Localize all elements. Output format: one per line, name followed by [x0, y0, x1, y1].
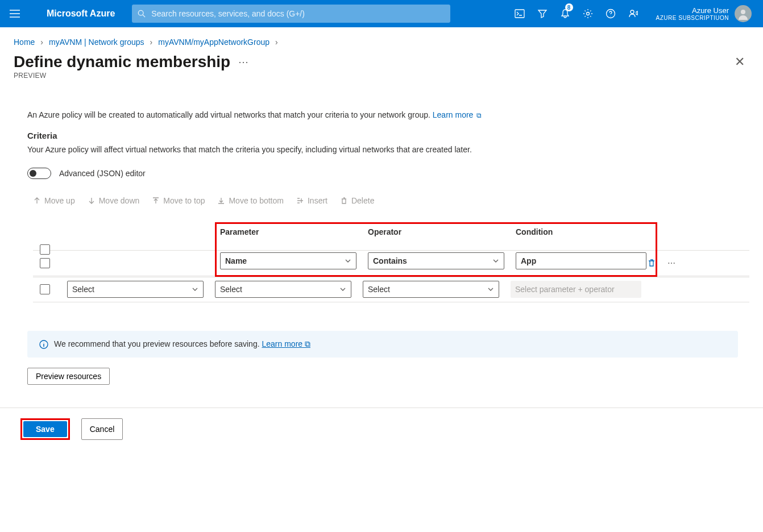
col-operator-header: Operator [368, 227, 516, 236]
menu-icon[interactable] [6, 5, 24, 23]
search-input[interactable] [150, 9, 445, 19]
svg-point-6 [741, 10, 745, 14]
user-subscription: AZURE SUBSCRIPTIUON [656, 15, 729, 21]
filter-icon[interactable] [531, 0, 554, 27]
advanced-toggle-label: Advanced (JSON) editor [59, 169, 146, 178]
trash-icon [340, 197, 348, 205]
delete-button[interactable]: Delete [340, 196, 374, 205]
search-icon [138, 10, 146, 18]
info-learn-more-link[interactable]: Learn more ⧉ [262, 339, 310, 348]
close-icon[interactable]: ✕ [730, 52, 749, 72]
table-row: Select Select Select [33, 276, 749, 302]
svg-point-5 [631, 10, 634, 14]
preview-resources-button[interactable]: Preview resources [27, 368, 110, 385]
andor-select[interactable]: Select [67, 281, 204, 298]
user-menu[interactable]: Azure User AZURE SUBSCRIPTIUON [650, 5, 757, 22]
svg-rect-2 [515, 10, 524, 18]
move-to-top-button[interactable]: Move to top [152, 196, 205, 205]
chevron-right-icon: › [275, 38, 278, 47]
page-title: Define dynamic membership [14, 53, 230, 71]
condition-input-disabled: Select parameter + operator [511, 281, 641, 298]
page-subtitle: PREVIEW [0, 72, 763, 80]
notification-badge: 8 [565, 3, 573, 11]
row-checkbox[interactable] [40, 258, 50, 268]
col-condition-header: Condition [516, 227, 652, 236]
arrow-bottom-icon [217, 197, 225, 205]
breadcrumb-home[interactable]: Home [14, 38, 35, 47]
external-link-icon: ⧉ [305, 339, 310, 348]
arrow-top-icon [152, 197, 160, 205]
operator-select[interactable]: Contains [368, 252, 504, 269]
select-all-checkbox[interactable] [40, 244, 50, 255]
more-menu-icon[interactable]: ⋯ [238, 56, 250, 68]
help-icon[interactable] [599, 0, 622, 27]
save-button[interactable]: Save [23, 421, 67, 437]
chevron-down-icon [492, 257, 499, 264]
col-parameter-header: Parameter [220, 227, 368, 236]
parameter-select[interactable]: Name [220, 252, 356, 269]
svg-point-3 [586, 13, 589, 15]
parameter-select[interactable]: Select [215, 281, 351, 298]
arrow-up-icon [33, 197, 41, 205]
footer: Save Cancel [0, 408, 763, 448]
chevron-down-icon [339, 286, 346, 293]
chevron-down-icon [487, 286, 494, 293]
row-checkbox[interactable] [40, 284, 50, 294]
move-up-button[interactable]: Move up [33, 196, 75, 205]
criteria-description: Your Azure policy will affect virtual ne… [27, 145, 749, 154]
notifications-icon[interactable]: 8 [554, 0, 577, 27]
insert-button[interactable]: Insert [296, 196, 327, 205]
svg-line-1 [143, 15, 146, 17]
avatar [735, 5, 752, 22]
move-down-button[interactable]: Move down [88, 196, 140, 205]
operator-select[interactable]: Select [363, 281, 499, 298]
breadcrumb-app-network-group[interactable]: myAVNM/myAppNetworkGroup [158, 38, 269, 47]
info-icon [39, 340, 48, 349]
criteria-table: Parameter Operator Condition Name [33, 222, 749, 302]
search-box[interactable] [132, 5, 450, 23]
user-name: Azure User [656, 6, 729, 15]
svg-point-0 [139, 10, 144, 15]
page-description: An Azure policy will be created to autom… [27, 110, 430, 119]
cloud-shell-icon[interactable] [508, 0, 531, 27]
condition-input[interactable]: App [516, 252, 646, 269]
advanced-json-toggle[interactable] [27, 168, 51, 179]
chevron-down-icon [192, 286, 198, 293]
info-banner: We recommend that you preview resources … [27, 331, 738, 358]
criteria-heading: Criteria [27, 131, 749, 140]
top-right: 8 Azure User AZURE SUBSCRIPTIUON [508, 0, 757, 27]
breadcrumb: Home › myAVNM | Network groups › myAVNM/… [0, 27, 763, 52]
top-bar: Microsoft Azure 8 Azure User AZURE SUBSC… [0, 0, 763, 27]
table-header-row: Parameter Operator Condition Name [33, 222, 749, 277]
external-link-icon: ⧉ [474, 111, 481, 119]
feedback-icon[interactable] [622, 0, 645, 27]
info-text: We recommend that you preview resources … [54, 339, 260, 348]
breadcrumb-network-groups[interactable]: myAVNM | Network groups [49, 38, 144, 47]
insert-icon [296, 197, 304, 205]
chevron-down-icon [345, 257, 351, 264]
cancel-button[interactable]: Cancel [81, 418, 123, 440]
learn-more-link[interactable]: Learn more ⧉ [433, 110, 482, 119]
row-more-icon[interactable]: ⋯ [667, 259, 675, 268]
chevron-right-icon: › [150, 38, 153, 47]
page-header: Define dynamic membership ⋯ ✕ [0, 52, 763, 72]
delete-row-icon[interactable] [647, 259, 656, 268]
move-to-bottom-button[interactable]: Move to bottom [217, 196, 284, 205]
chevron-right-icon: › [40, 38, 43, 47]
criteria-toolbar: Move up Move down Move to top Move to bo… [27, 196, 749, 205]
arrow-down-icon [88, 197, 96, 205]
brand-logo[interactable]: Microsoft Azure [47, 9, 115, 19]
settings-icon[interactable] [577, 0, 599, 27]
